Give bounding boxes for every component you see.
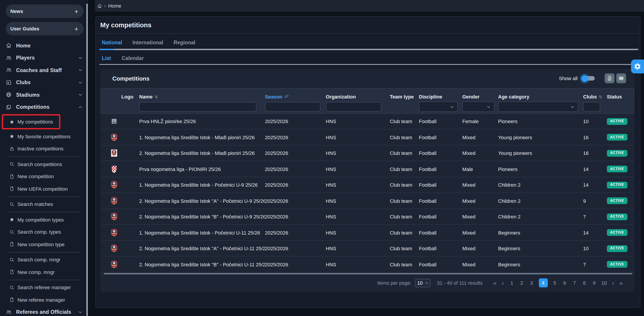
season-filter-input[interactable] <box>265 102 320 112</box>
sidebar-item-clubs[interactable]: Clubs <box>0 76 88 88</box>
page-size-select[interactable]: 10 <box>415 279 431 287</box>
plus-icon[interactable]: + <box>74 25 78 32</box>
sort-desc-icon[interactable] <box>284 94 289 99</box>
gear-icon <box>634 63 641 70</box>
competition-logo <box>100 164 139 174</box>
excel-file-icon <box>607 76 612 81</box>
sidebar-item-new-uefa-competition[interactable]: New UEFA competition <box>0 182 88 195</box>
sidebar-item-competitions[interactable]: Competitions <box>0 101 88 113</box>
items-per-page-label: Items per page: <box>377 280 412 286</box>
table-row[interactable]: 1. Nogometna liga Središte Istok - Počet… <box>100 177 634 193</box>
home-icon[interactable] <box>97 3 102 8</box>
sidebar-item-referees-and-officials[interactable]: Referees and Officials <box>0 306 88 316</box>
tab-calendar[interactable]: Calendar <box>119 55 146 61</box>
column-discipline: Discipline <box>419 94 462 99</box>
page-number[interactable]: 5 <box>552 280 558 286</box>
status-badge: ACTIVE <box>607 118 628 125</box>
column-organization: Organization <box>326 94 390 99</box>
sort-icon[interactable]: ↑↓ <box>598 94 601 99</box>
sort-icon[interactable]: ↑↓ <box>154 94 157 99</box>
table-row[interactable]: 2. Nogometna liga Središte Istok "B" - P… <box>100 209 634 225</box>
sidebar-item-search-comp-types[interactable]: Search comp. types <box>0 226 88 238</box>
toggle-knob[interactable] <box>581 75 588 82</box>
plus-icon[interactable]: + <box>74 8 78 14</box>
tab-international[interactable]: International <box>130 40 166 45</box>
export-excel-button[interactable] <box>604 74 614 83</box>
table-row[interactable]: 1. Nogometna liga Središte Istok - Mlađi… <box>100 130 634 146</box>
search-icon <box>10 257 14 262</box>
name-filter-input[interactable] <box>139 102 256 112</box>
clubs-filter-input[interactable] <box>583 102 600 112</box>
cell-organization: HNS <box>326 214 390 219</box>
previous-page-icon[interactable]: ‹ <box>502 280 504 286</box>
gender-filter-select[interactable] <box>462 102 494 112</box>
clubs-icon <box>6 80 12 86</box>
sidebar-item-search-competitions[interactable]: Search competitions <box>0 158 88 170</box>
table-row[interactable]: 1. Nogometna liga Središte Istok - Počet… <box>100 225 634 241</box>
page-number[interactable]: 1 <box>509 280 514 286</box>
sidebar-item-new-competition[interactable]: New competition <box>0 170 88 182</box>
page-number[interactable]: 6 <box>562 280 567 286</box>
cell-organization: HNS <box>326 262 390 267</box>
page-number[interactable]: 7 <box>572 280 577 286</box>
sidebar-item-search-comp-mngr[interactable]: Search comp. mngr <box>0 254 88 266</box>
tab-list[interactable]: List <box>99 55 114 61</box>
sidebar-item-inactive-competitions[interactable]: Inactive competitions <box>0 142 88 155</box>
last-page-icon[interactable]: » <box>620 280 623 286</box>
sidebar-item-new-comp-mngr[interactable]: New comp. mngr <box>0 266 88 278</box>
cell-team-type: Club team <box>390 262 419 267</box>
sidebar-item-my-competition-types[interactable]: My competition types <box>0 214 88 226</box>
cell-organization: HNS <box>326 230 390 235</box>
page-number[interactable]: 2 <box>519 280 524 286</box>
breadcrumb-home-link[interactable]: Home <box>108 3 121 8</box>
page-number[interactable]: 3 <box>529 280 534 286</box>
age-category-filter-select[interactable] <box>498 102 578 112</box>
tab-national[interactable]: National <box>99 40 125 45</box>
column-name[interactable]: Name↑↓ <box>139 94 265 99</box>
page-number[interactable]: 10 <box>601 280 607 286</box>
sidebar-item-new-referee-manager[interactable]: New referee manager <box>0 294 88 306</box>
table-row[interactable]: 2. Nogometna liga Središte Istok "B" - P… <box>100 257 634 272</box>
settings-button[interactable] <box>631 60 644 74</box>
sidebar-item-coaches-and-staff[interactable]: Coaches and Staff <box>0 64 88 76</box>
cell-organization: HNS <box>326 150 390 156</box>
discipline-filter-select[interactable] <box>419 102 458 112</box>
sidebar-scrollbar[interactable] <box>86 4 88 316</box>
sidebar-item-stadiums[interactable]: Stadiums <box>0 88 88 101</box>
sidebar-item-home[interactable]: Home <box>0 40 88 52</box>
sidebar-item-new-competition-type[interactable]: New competition type <box>0 238 88 250</box>
column-season[interactable]: Season <box>265 94 326 99</box>
table-row[interactable]: Prva nogometna liga - PIONIRI 25/26 2025… <box>100 161 634 177</box>
breadcrumb-separator-icon: › <box>104 3 106 8</box>
sidebar-item-my-favorite-competitions[interactable]: My favorite competitions <box>0 130 88 142</box>
first-page-icon[interactable]: « <box>493 280 496 286</box>
organization-filter-input[interactable] <box>326 102 381 112</box>
cell-discipline: Football <box>419 118 462 124</box>
column-age-category: Age category <box>498 94 583 99</box>
table-row[interactable]: 2. Nogometna liga Središte Istok - Mlađi… <box>100 146 634 161</box>
page-number[interactable]: 9 <box>592 280 597 286</box>
user-guides-button[interactable]: User Guides + <box>6 22 84 35</box>
column-clubs[interactable]: Clubs↑↓ <box>583 94 607 99</box>
table-row[interactable]: Prva HNLŽ pionirke 25/26 2025/2026 HNS C… <box>100 114 634 130</box>
cell-season: 2025/2026 <box>265 150 326 156</box>
columns-settings-button[interactable] <box>616 74 626 83</box>
show-all-toggle[interactable] <box>582 76 594 80</box>
stadiums-icon <box>6 92 12 98</box>
next-page-icon[interactable]: › <box>612 280 614 286</box>
sidebar-item-players[interactable]: Players <box>0 52 88 64</box>
table-row[interactable]: 2. Nogometna liga Središte Istok "A" - P… <box>100 193 634 209</box>
sidebar-item-search-referee-manager[interactable]: Search referee manager <box>0 281 88 294</box>
sidebar-item-search-matches[interactable]: Search matches <box>0 198 88 210</box>
table-row[interactable]: 2. Nogometna liga Središte Istok "A" - P… <box>100 241 634 257</box>
sidebar-item-my-competitions[interactable]: My competitions <box>2 114 60 129</box>
cell-clubs: 10 <box>583 246 607 251</box>
title-divider <box>96 33 640 34</box>
page-number-active[interactable]: 4 <box>538 279 548 288</box>
tab-regional[interactable]: Regional <box>171 40 198 45</box>
news-button[interactable]: News + <box>6 4 84 18</box>
news-label: News <box>10 8 23 14</box>
page-number[interactable]: 8 <box>582 280 587 286</box>
cell-age-category: Young pioneers <box>498 150 583 156</box>
cell-age-category: Young pioneers <box>498 134 583 140</box>
